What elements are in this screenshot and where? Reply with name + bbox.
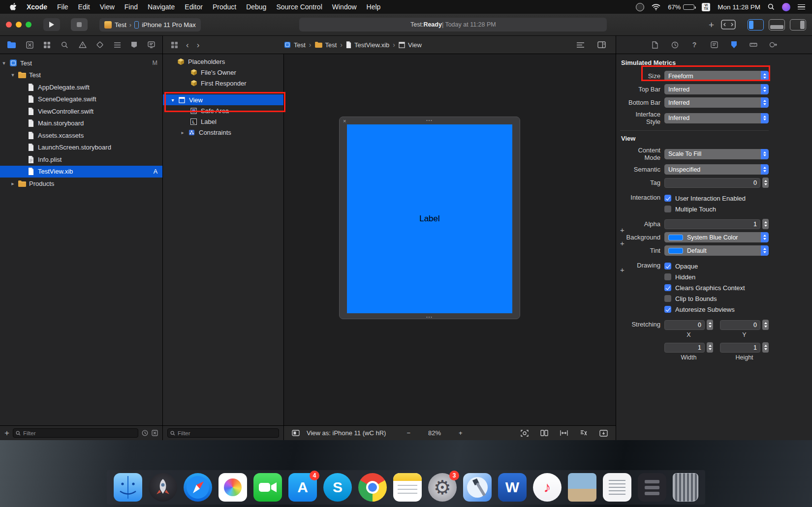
history-inspector-tab[interactable] [670, 41, 679, 49]
disclosure-triangle[interactable]: ▸ [179, 130, 187, 135]
checkbox[interactable] [664, 306, 671, 313]
dock-documents-stack[interactable] [603, 473, 631, 502]
outline-row-constraints[interactable]: ▸ Constraints [163, 127, 283, 138]
test-navigator-tab[interactable] [96, 41, 103, 48]
input-source-icon[interactable]: VI TX [702, 3, 710, 11]
notification-center-icon[interactable] [798, 4, 805, 10]
bottom-bar-popup[interactable]: Inferred [664, 97, 769, 108]
apple-menu[interactable] [5, 3, 22, 11]
menu-view[interactable]: View [95, 3, 120, 11]
checkbox[interactable] [664, 263, 671, 269]
hide-inspector-button[interactable] [790, 19, 806, 30]
project-row[interactable]: ▾ Test M [0, 57, 162, 69]
menu-product[interactable]: Product [208, 3, 241, 11]
stepper[interactable] [707, 342, 713, 353]
user-avatar[interactable] [782, 3, 790, 11]
content-mode-popup[interactable]: Scale To Fill [664, 149, 769, 159]
color-swatch[interactable] [668, 235, 683, 240]
source-control-filter-icon[interactable] [152, 430, 158, 436]
dock-chrome[interactable] [358, 473, 387, 502]
battery-status[interactable]: 67% [668, 3, 694, 11]
breadcrumb-group[interactable]: Test [315, 41, 337, 49]
stretching-y-field[interactable]: 0 [720, 320, 760, 330]
menu-help[interactable]: Help [362, 3, 386, 11]
dock-word[interactable]: W [498, 473, 527, 502]
adjust-editor-icon[interactable] [576, 42, 585, 48]
zoom-level[interactable]: 82% [428, 429, 441, 437]
breadcrumb-project[interactable]: Test [284, 41, 306, 49]
window-zoom-button[interactable] [26, 22, 31, 28]
identity-inspector-tab[interactable] [710, 41, 718, 48]
top-bar-popup[interactable]: Inferred [664, 84, 769, 94]
checkbox[interactable] [664, 295, 671, 302]
library-add-button[interactable]: + [709, 20, 714, 30]
dock-finder[interactable] [114, 473, 142, 502]
group-row[interactable]: ▸ Products [0, 178, 162, 190]
close-view-icon[interactable]: × [343, 118, 346, 124]
dock-dark-files[interactable] [638, 473, 666, 502]
disclosure-triangle[interactable]: ▾ [9, 72, 17, 78]
file-inspector-tab[interactable] [651, 41, 659, 49]
drag-handle-top[interactable]: ••• [426, 119, 433, 122]
alpha-stepper[interactable] [762, 219, 769, 229]
outline-row-label[interactable]: L Label [163, 116, 283, 127]
menu-clock[interactable]: Mon 11:28 PM [718, 3, 760, 11]
checkbox[interactable] [664, 195, 671, 202]
zoom-in-button[interactable]: + [459, 429, 463, 437]
hide-navigator-button[interactable] [748, 19, 764, 30]
stop-button[interactable] [71, 18, 88, 31]
breadcrumb-view[interactable]: View [399, 41, 422, 49]
spotlight-icon[interactable] [768, 3, 775, 10]
autoresize-subviews-option[interactable]: Autoresize Subviews [664, 304, 769, 315]
clip-to-bounds-option[interactable]: Clip to Bounds [664, 293, 769, 304]
selected-view[interactable]: Label [347, 124, 512, 313]
zoom-out-button[interactable]: − [406, 429, 410, 437]
menu-editor[interactable]: Editor [180, 3, 208, 11]
resolve-autolayout-icon[interactable] [599, 430, 608, 437]
find-navigator-tab[interactable] [61, 41, 68, 49]
stretching-x-field[interactable]: 0 [664, 320, 705, 330]
checkbox[interactable] [664, 206, 671, 212]
dock-launchpad[interactable] [149, 473, 177, 502]
run-button[interactable] [43, 18, 60, 31]
user-interaction-enabled-option[interactable]: User Interaction Enabled [664, 193, 769, 204]
creative-cloud-icon[interactable] [636, 3, 644, 11]
add-variation-button[interactable]: + [620, 239, 625, 247]
hide-debug-area-button[interactable] [769, 19, 785, 30]
add-editor-icon[interactable] [597, 41, 606, 48]
breakpoint-navigator-tab[interactable] [131, 41, 137, 48]
dock-app-store[interactable]: 4 A [288, 473, 317, 502]
wifi-icon[interactable] [652, 4, 660, 10]
device-bezels-toggle-icon[interactable] [292, 430, 300, 436]
view-as-control[interactable]: View as: iPhone 11 (wC hR) [307, 429, 386, 437]
attributes-inspector-tab[interactable] [729, 41, 738, 49]
drag-handle-bottom[interactable]: ••• [426, 315, 433, 319]
align-constraints-icon[interactable] [560, 430, 568, 436]
clears-graphics-context-option[interactable]: Clears Graphics Context [664, 282, 769, 293]
group-row[interactable]: ▾ Test [0, 69, 162, 82]
multiple-touch-option[interactable]: Multiple Touch [664, 204, 769, 214]
outline-filter-input[interactable]: Filter [167, 428, 279, 438]
dock-music[interactable]: ♪ [533, 473, 562, 502]
dock-xcode[interactable] [463, 473, 492, 502]
update-frames-icon[interactable] [521, 430, 529, 437]
size-inspector-tab[interactable] [749, 41, 758, 48]
hidden-option[interactable]: Hidden [664, 271, 769, 282]
dock-skype[interactable]: S [323, 473, 352, 502]
semantic-popup[interactable]: Unspecified [664, 164, 769, 175]
view-frame[interactable]: × ••• Label ••• [339, 117, 520, 319]
background-color-popup[interactable]: System Blue Color [664, 232, 769, 242]
stretching-height-field[interactable]: 1 [720, 343, 760, 353]
file-row[interactable]: ViewController.swift [0, 105, 162, 118]
dock-facetime[interactable] [253, 473, 282, 502]
debug-navigator-tab[interactable] [114, 42, 121, 48]
alpha-field[interactable]: 1 [664, 219, 760, 229]
tag-field[interactable]: 0 [664, 178, 760, 188]
stretching-width-field[interactable]: 1 [664, 343, 705, 353]
tint-color-popup[interactable]: Default [664, 245, 769, 256]
connections-inspector-tab[interactable] [769, 41, 778, 48]
outline-row-files-owner[interactable]: File's Owner [163, 67, 283, 78]
file-row-selected[interactable]: TestView.xib A [0, 166, 162, 178]
file-row[interactable]: Info.plist [0, 153, 162, 166]
file-row[interactable]: Main.storyboard [0, 118, 162, 130]
